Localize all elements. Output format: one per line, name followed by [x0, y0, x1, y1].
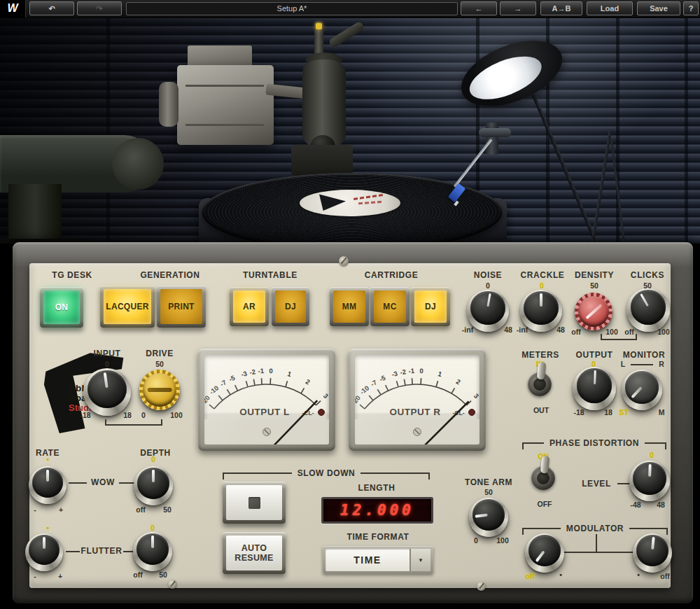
svg-text:-5: -5 — [227, 373, 237, 383]
tone-arm-knob[interactable] — [469, 498, 508, 537]
svg-text:1: 1 — [286, 370, 293, 378]
crackle-top-label: 0 — [525, 281, 559, 290]
abbey-road-vinyl-plugin: W ↶ ↷ Setup A* ← → A→B Load Save ? — [0, 0, 700, 609]
flutter-rate-top-marker: • — [31, 524, 64, 532]
screw — [477, 582, 486, 591]
clicks-knob[interactable] — [626, 288, 670, 332]
output-meter-right: -20 -10 -7 -5 -3 -2 -1 0 1 2 3 OUTPUT R … — [349, 349, 486, 451]
depth-max-label: 50 — [150, 505, 184, 514]
flutter-depth-max-label: 50 — [146, 570, 180, 579]
dropdown-arrow-icon[interactable]: ▼ — [410, 549, 430, 571]
level-max-label: 48 — [644, 500, 678, 509]
wow-depth-knob[interactable] — [134, 466, 173, 505]
svg-text:1: 1 — [437, 370, 443, 378]
length-display: 12.000 — [321, 497, 433, 524]
cartridge-mc-button[interactable]: MC — [370, 287, 410, 326]
density-knob-pointer — [572, 290, 616, 334]
tone-arm-max-label: 100 — [486, 536, 519, 545]
svg-text:-5: -5 — [378, 373, 387, 383]
output-knob[interactable] — [573, 367, 616, 410]
tg-desk-label: TG DESK — [20, 270, 125, 280]
monitor-st-label: ST — [607, 408, 640, 416]
ab-compare-button[interactable]: A→B — [540, 1, 582, 15]
auto-resume-button[interactable]: AUTO RESUME — [223, 532, 286, 574]
density-knob[interactable] — [575, 293, 612, 330]
tone-arm-top-label: 50 — [472, 488, 505, 496]
flutter-depth-top-label: 0 — [136, 524, 169, 532]
input-top-label: 0 — [90, 360, 124, 368]
turntable-ar-button[interactable]: AR — [230, 287, 269, 326]
save-button[interactable]: Save — [637, 1, 680, 15]
monitor-knob[interactable] — [622, 370, 662, 410]
modulator-right-knob[interactable] — [633, 533, 672, 573]
screw — [168, 580, 177, 589]
preset-field[interactable]: Setup A* — [126, 2, 458, 15]
time-format-value: TIME — [326, 554, 410, 566]
level-top-label: 0 — [635, 451, 668, 459]
modulator-left-knob[interactable] — [525, 533, 564, 573]
clip-led — [318, 410, 325, 416]
screw — [339, 256, 349, 266]
modulator-right-knob-pointer — [635, 533, 670, 568]
rate-top-marker: • — [31, 455, 64, 463]
turntable-dj-button[interactable]: DJ — [272, 287, 309, 326]
svg-text:2: 2 — [304, 377, 312, 386]
meter-scale-left: -20 -10 -7 -5 -3 -2 -1 0 1 2 3 OUTPUT L … — [204, 355, 329, 444]
svg-text:-2: -2 — [248, 368, 255, 376]
load-button[interactable]: Load — [587, 1, 633, 15]
drive-knob-pointer — [143, 373, 177, 407]
time-format-label: TIME FORMAT — [326, 532, 430, 542]
meters-toggle[interactable] — [528, 372, 552, 396]
meters-out-label: OUT — [524, 406, 558, 414]
waves-logo-icon[interactable]: W — [0, 0, 26, 18]
prev-preset-button[interactable]: ← — [461, 1, 497, 15]
level-knob[interactable] — [629, 461, 670, 501]
drive-knob[interactable] — [139, 370, 180, 410]
phase-distortion-label: PHASE DISTORTION — [544, 438, 645, 448]
input-min-label: -18 — [69, 411, 102, 419]
undo-button[interactable]: ↶ — [29, 1, 74, 15]
help-button[interactable]: ? — [683, 1, 699, 15]
level-knob-pointer — [632, 461, 666, 495]
level-line — [617, 483, 630, 484]
svg-text:-7: -7 — [218, 378, 227, 388]
svg-text:-3: -3 — [240, 370, 248, 379]
modulator-right-off-label: off — [648, 572, 682, 580]
drive-top-label: 50 — [143, 360, 176, 368]
modulator-left-off-label: off — [513, 572, 547, 580]
time-format-dropdown[interactable]: TIME ▼ — [323, 546, 433, 574]
generation-label: GENERATION — [118, 270, 223, 280]
svg-text:-3: -3 — [391, 370, 398, 379]
drive-min-label: 0 — [127, 411, 160, 419]
generation-lacquer-button[interactable]: LACQUER — [100, 286, 155, 328]
monitor-m-label: M — [645, 408, 678, 416]
svg-text:2: 2 — [455, 377, 462, 386]
turntable-label: TURNTABLE — [218, 270, 323, 280]
cartridge-dj-button[interactable]: DJ — [411, 287, 450, 326]
input-drive-bracket — [105, 419, 162, 426]
input-knob-pointer — [85, 368, 130, 411]
cartridge-mm-button[interactable]: MM — [330, 287, 369, 326]
crackle-knob-pointer — [524, 291, 558, 325]
tg-desk-on-button[interactable]: ON — [40, 287, 83, 328]
density-clicks-bracket — [601, 334, 637, 340]
svg-text:-20: -20 — [355, 394, 362, 407]
svg-text:-1: -1 — [258, 367, 265, 375]
panel-controls: TG DESK GENERATION TURNTABLE CARTRIDGE N… — [0, 0, 700, 609]
slow-down-bracket: SLOW DOWN — [223, 468, 430, 479]
input-knob[interactable] — [83, 368, 131, 416]
generation-print-button[interactable]: PRINT — [157, 286, 206, 328]
slow-down-stop-button[interactable] — [223, 482, 286, 524]
next-preset-button[interactable]: → — [500, 1, 536, 15]
depth-top-label: 0 — [136, 455, 170, 463]
wow-depth-knob-pointer — [137, 468, 169, 499]
flutter-depth-knob[interactable] — [133, 532, 172, 571]
noise-min-label: -inf — [451, 326, 484, 334]
redo-button[interactable]: ↷ — [77, 1, 122, 15]
output-min-label: -18 — [562, 408, 596, 416]
meter-scale-right: -20 -10 -7 -5 -3 -2 -1 0 1 2 3 OUTPUT R … — [355, 355, 479, 444]
meter-title-right: OUTPUT R — [390, 407, 441, 417]
monitor-knob-pointer — [619, 364, 665, 410]
tone-arm-knob-pointer — [471, 497, 506, 533]
svg-text:-7: -7 — [369, 378, 378, 388]
